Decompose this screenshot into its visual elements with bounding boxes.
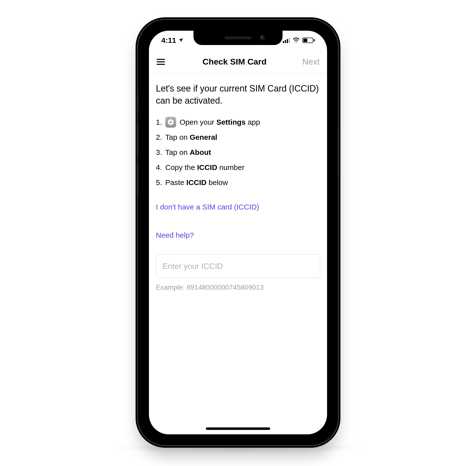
no-sim-link[interactable]: I don't have a SIM card (ICCID) bbox=[156, 203, 320, 211]
step-number: 2. bbox=[156, 132, 163, 143]
volume-down-button bbox=[137, 163, 139, 195]
wifi-icon bbox=[292, 37, 300, 44]
heading-text: Let's see if your current SIM Card (ICCI… bbox=[156, 83, 320, 107]
settings-icon bbox=[165, 117, 176, 128]
mute-switch bbox=[137, 94, 139, 111]
example-text: Example: 89148000000745809013 bbox=[156, 283, 320, 291]
step-text: Copy the ICCID number bbox=[165, 162, 244, 173]
front-camera bbox=[260, 35, 265, 41]
step-text: Tap on About bbox=[165, 147, 211, 158]
step-number: 4. bbox=[156, 162, 163, 173]
page-title: Check SIM Card bbox=[203, 57, 267, 67]
need-help-link[interactable]: Need help? bbox=[156, 231, 320, 239]
battery-icon bbox=[302, 38, 315, 43]
menu-icon bbox=[157, 59, 165, 65]
instruction-step: 1. Open your Settings app bbox=[156, 116, 320, 128]
home-indicator[interactable] bbox=[206, 427, 270, 430]
phone-screen: 4:11 bbox=[149, 31, 327, 434]
power-button bbox=[337, 126, 339, 176]
cellular-signal-icon bbox=[283, 38, 290, 43]
menu-button[interactable] bbox=[155, 56, 167, 68]
step-number: 5. bbox=[156, 177, 163, 188]
notch bbox=[193, 31, 283, 45]
location-icon bbox=[178, 36, 184, 45]
step-text: Open your Settings app bbox=[180, 116, 260, 128]
nav-bar: Check SIM Card Next bbox=[149, 50, 327, 74]
step-text: Tap on General bbox=[165, 132, 217, 143]
step-number: 3. bbox=[156, 147, 163, 158]
instruction-step: 5. Paste ICCID below bbox=[156, 177, 320, 188]
instruction-list: 1. Open your Settings app 2. Tap on bbox=[156, 116, 320, 188]
phone-frame: 4:11 bbox=[138, 20, 338, 445]
content-area: Let's see if your current SIM Card (ICCI… bbox=[149, 74, 327, 434]
instruction-step: 4. Copy the ICCID number bbox=[156, 162, 320, 173]
iccid-input[interactable] bbox=[156, 254, 320, 278]
step-text: Paste ICCID below bbox=[165, 177, 228, 188]
speaker-grille bbox=[224, 36, 252, 39]
instruction-step: 3. Tap on About bbox=[156, 147, 320, 158]
volume-up-button bbox=[137, 124, 139, 156]
instruction-step: 2. Tap on General bbox=[156, 132, 320, 143]
step-number: 1. bbox=[156, 116, 163, 128]
status-time: 4:11 bbox=[161, 36, 176, 45]
next-button[interactable]: Next bbox=[302, 57, 321, 67]
